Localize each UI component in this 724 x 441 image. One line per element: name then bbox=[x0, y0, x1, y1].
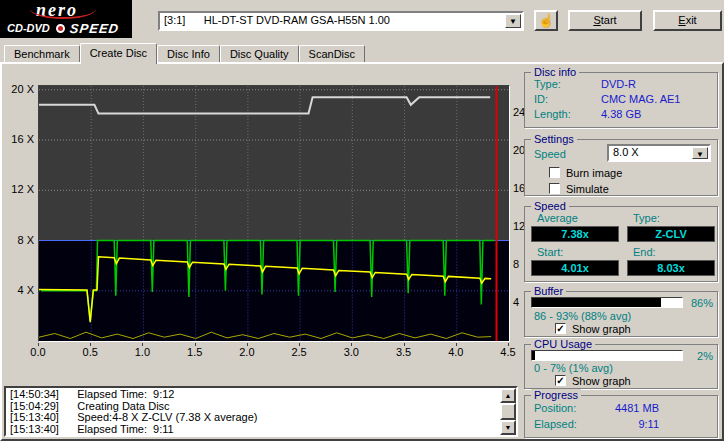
buffer-bar-fill bbox=[532, 298, 661, 307]
logo-text-speed: SPEED bbox=[69, 21, 120, 36]
right-axis-tick-label: 8 bbox=[513, 258, 519, 270]
x-axis-tick-label: 0.5 bbox=[75, 346, 105, 358]
progress-title: Progress bbox=[531, 389, 581, 401]
x-axis-tick bbox=[404, 343, 405, 346]
speed-group-title: Speed bbox=[531, 200, 569, 212]
x-axis-tick bbox=[247, 343, 248, 346]
cpu-bar-fill bbox=[532, 351, 535, 360]
disc-id-label: ID: bbox=[534, 93, 548, 105]
progress-group: Progress Position: 4481 MB Elapsed: 9:11 bbox=[524, 395, 718, 438]
x-axis-tick-label: 3.5 bbox=[389, 346, 419, 358]
x-axis-tick-label: 2.0 bbox=[232, 346, 262, 358]
log-listbox: [14:50:34] Elapsed Time: 9:12[15:04:29] … bbox=[4, 386, 518, 437]
buffer-bar bbox=[531, 297, 683, 308]
chevron-down-icon: ▼ bbox=[693, 148, 707, 161]
cpu-percent: 2% bbox=[677, 350, 713, 362]
nero-logo: nero CD-DVD SPEED bbox=[0, 0, 132, 38]
cpu-range: 0 - 7% (1% avg) bbox=[534, 362, 613, 374]
speed-group: Speed Average Type: 7.38x Z-CLV Start: E… bbox=[524, 206, 718, 282]
x-axis-tick-label: 4.0 bbox=[441, 346, 471, 358]
x-axis-tick-label: 0.0 bbox=[23, 346, 53, 358]
hand-pointer-icon: ☝ bbox=[536, 12, 556, 29]
burn-image-checkbox[interactable] bbox=[549, 167, 560, 178]
drive-select-value: [3:1] HL-DT-ST DVD-RAM GSA-H55N 1.00 bbox=[164, 14, 390, 26]
settings-title: Settings bbox=[531, 133, 577, 145]
scroll-up-button[interactable]: ▲ bbox=[500, 388, 516, 403]
left-axis-tick-label: 12 X bbox=[4, 183, 34, 195]
drive-select[interactable]: [3:1] HL-DT-ST DVD-RAM GSA-H55N 1.00 ▼ bbox=[158, 11, 524, 31]
left-axis-tick-label: 20 X bbox=[4, 83, 34, 95]
position-value: 4481 MB bbox=[595, 402, 659, 414]
logo-text-cddvd: CD-DVD bbox=[7, 22, 50, 34]
x-axis-tick-label: 4.5 bbox=[493, 346, 523, 358]
x-axis-tick-label: 1.5 bbox=[180, 346, 210, 358]
disc-type-label: Type: bbox=[534, 78, 561, 90]
burn-image-label: Burn image bbox=[566, 167, 622, 179]
log-line: [15:13:40] Elapsed Time: 9:11 bbox=[10, 424, 496, 436]
cpu-show-graph-checkbox[interactable]: ✓ bbox=[555, 375, 566, 386]
tab-scandisc[interactable]: ScanDisc bbox=[299, 45, 365, 62]
start-speed-display: 4.01x bbox=[531, 260, 619, 276]
disc-info-group: Disc info Type: DVD-R ID: CMC MAG. AE1 L… bbox=[524, 72, 718, 128]
tab-create-disc[interactable]: Create Disc bbox=[80, 43, 157, 64]
elapsed-value: 9:11 bbox=[595, 418, 659, 430]
start-button[interactable]: Start bbox=[568, 10, 642, 31]
x-axis-tick bbox=[38, 343, 39, 346]
average-speed-display: 7.38x bbox=[531, 226, 619, 242]
chart-canvas bbox=[39, 86, 509, 341]
left-axis-tick-label: 8 X bbox=[4, 234, 34, 246]
x-axis-tick bbox=[299, 343, 300, 346]
tab-disc-quality[interactable]: Disc Quality bbox=[220, 45, 299, 62]
start-speed-label: Start: bbox=[537, 246, 563, 258]
exit-button[interactable]: Exit bbox=[653, 10, 722, 31]
log-line: [15:13:40] Speed:4-8 X Z-CLV (7.38 X ave… bbox=[10, 412, 496, 424]
position-label: Position: bbox=[534, 402, 576, 414]
log-scrollbar[interactable]: ▲ ▼ bbox=[500, 388, 516, 435]
left-axis-tick-label: 4 X bbox=[4, 284, 34, 296]
log-lines: [14:50:34] Elapsed Time: 9:12[15:04:29] … bbox=[6, 388, 500, 435]
cpu-title: CPU Usage bbox=[531, 338, 595, 350]
disc-id-value: CMC MAG. AE1 bbox=[601, 93, 680, 105]
disc-type-value: DVD-R bbox=[601, 78, 636, 90]
simulate-checkbox[interactable] bbox=[549, 183, 560, 194]
tab-bar: BenchmarkCreate DiscDisc InfoDisc Qualit… bbox=[4, 43, 365, 64]
disc-info-title: Disc info bbox=[531, 66, 579, 78]
scroll-down-button[interactable]: ▼ bbox=[500, 420, 516, 435]
speed-setting-label: Speed bbox=[534, 148, 566, 160]
drive-select-arrow-button[interactable]: ▼ bbox=[505, 14, 521, 28]
options-button[interactable]: ☝ bbox=[534, 10, 558, 31]
settings-group: Settings Speed 8.0 X ▼ Burn image Simula… bbox=[524, 139, 718, 196]
scroll-down-icon: ▼ bbox=[502, 422, 514, 433]
buffer-show-graph-label: Show graph bbox=[572, 323, 631, 335]
speed-select[interactable]: 8.0 X ▼ bbox=[607, 144, 711, 162]
tab-benchmark[interactable]: Benchmark bbox=[4, 45, 80, 62]
disc-length-value: 4.38 GB bbox=[601, 108, 641, 120]
end-speed-label: End: bbox=[633, 246, 656, 258]
start-button-label: Start bbox=[570, 12, 640, 29]
scrollbar-thumb[interactable] bbox=[500, 403, 516, 420]
type-label: Type: bbox=[633, 212, 660, 224]
cpu-bar bbox=[531, 350, 683, 361]
x-axis-tick bbox=[142, 343, 143, 346]
buffer-title: Buffer bbox=[531, 285, 566, 297]
write-type-display: Z-CLV bbox=[627, 226, 715, 242]
tab-disc-info[interactable]: Disc Info bbox=[157, 45, 220, 62]
speed-select-arrow-button[interactable]: ▼ bbox=[692, 147, 708, 159]
simulate-label: Simulate bbox=[566, 183, 609, 195]
x-axis-tick bbox=[195, 343, 196, 346]
buffer-show-graph-checkbox[interactable]: ✓ bbox=[555, 323, 566, 334]
buffer-range: 86 - 93% (88% avg) bbox=[534, 310, 631, 322]
exit-button-label: Exit bbox=[655, 12, 720, 29]
x-axis-tick-label: 1.0 bbox=[127, 346, 157, 358]
scroll-up-icon: ▲ bbox=[502, 390, 514, 401]
average-label: Average bbox=[537, 212, 578, 224]
end-speed-display: 8.03x bbox=[627, 260, 715, 276]
right-axis-tick-label: 4 bbox=[513, 296, 519, 308]
x-axis-tick-label: 3.0 bbox=[336, 346, 366, 358]
chevron-down-icon: ▼ bbox=[506, 15, 520, 28]
x-axis-tick-label: 2.5 bbox=[284, 346, 314, 358]
buffer-percent: 86% bbox=[677, 297, 713, 309]
speed-select-value: 8.0 X bbox=[613, 146, 639, 158]
cpu-group: CPU Usage 2% 0 - 7% (1% avg) ✓ Show grap… bbox=[524, 344, 718, 389]
x-axis-tick bbox=[351, 343, 352, 346]
